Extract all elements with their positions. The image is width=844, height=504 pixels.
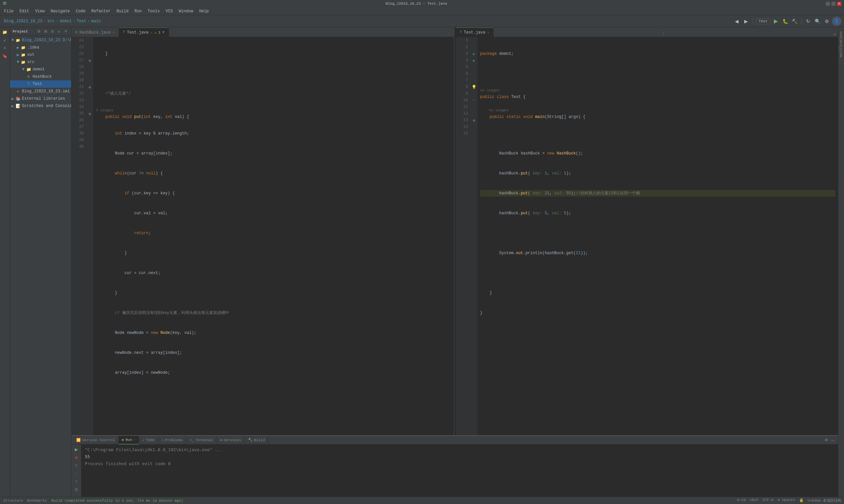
panel-collapse-button[interactable]: ⊟ <box>49 29 55 35</box>
structure-icon[interactable]: ≡ <box>1 44 8 52</box>
tree-idea[interactable]: ▶ 📁 .idea <box>10 44 71 51</box>
run-tab-close[interactable]: ✕ <box>133 438 135 442</box>
bookmarks-icon[interactable]: 🔖 <box>1 53 8 60</box>
breadcrumb-main[interactable]: main <box>91 19 101 23</box>
menu-code[interactable]: Code <box>73 8 88 14</box>
run-clear-button[interactable]: 🗑 <box>73 486 80 493</box>
menu-file[interactable]: File <box>1 8 16 14</box>
run-config-selector[interactable]: Test <box>756 18 771 24</box>
menu-build[interactable]: Build <box>114 8 131 14</box>
update-button[interactable]: ↻ <box>804 17 812 25</box>
tab-test-right[interactable]: T Test.java ✕ <box>456 28 494 37</box>
tree-external-libs[interactable]: ▶ 📚 External Libraries <box>10 95 71 102</box>
run-filter-button[interactable]: ≡ <box>73 478 80 485</box>
extlibs-arrow-icon: ▶ <box>10 96 15 101</box>
hashbuck-tab-close[interactable]: ✕ <box>113 31 115 35</box>
menu-vcs[interactable]: VCS <box>163 8 176 14</box>
settings-button[interactable]: ⚙ <box>823 17 831 25</box>
left-tab-actions: ⋮ <box>444 31 454 37</box>
breadcrumb-src[interactable]: src <box>47 19 54 23</box>
menu-refactor[interactable]: Refactor <box>89 8 114 14</box>
right-tab-bar: T Test.java ✕ ⋮ ✓ <box>456 27 838 37</box>
run-output: "C:\Program Files\Java\jdk1.8.0_192\bin\… <box>82 445 838 497</box>
status-encoding[interactable]: UTF-8 <box>762 498 774 503</box>
tree-iml[interactable]: ⚙ Blog_J2023_10_23.iml <box>10 88 71 95</box>
tree-hashbuck[interactable]: C HashBuck <box>10 73 71 80</box>
problems-label: Problems <box>165 438 183 442</box>
tree-root[interactable]: ▼ 📁 Blog_J2023_10_23 D:\Pro... <box>10 37 71 44</box>
left-pane-options[interactable]: ⋮ <box>446 31 452 37</box>
project-icon[interactable]: 📁 <box>1 29 8 36</box>
commit-icon[interactable]: ✔ <box>1 37 8 44</box>
menu-tools[interactable]: Tools <box>145 8 162 14</box>
tree-scratches[interactable]: ▶ 📝 Scratches and Consoles <box>10 102 71 110</box>
tree-out[interactable]: ▶ 📁 out <box>10 51 71 58</box>
close-button[interactable]: ✕ <box>837 2 841 6</box>
bottom-tab-version-control[interactable]: 🔀 Version Control <box>73 436 119 445</box>
debug-button[interactable]: 🐛 <box>781 17 789 25</box>
bottom-tab-terminal[interactable]: >_ Terminal <box>186 436 217 445</box>
build-label: Build <box>254 438 265 442</box>
user-button[interactable]: 👤 <box>832 17 841 26</box>
panel-gear-button[interactable]: ⚙ <box>36 29 42 35</box>
bottom-tab-services[interactable]: ⚙ Services <box>217 436 244 445</box>
menu-window[interactable]: Window <box>176 8 196 14</box>
vcs-label: Version Control <box>82 438 115 442</box>
test-tab-close-left[interactable]: ✕ <box>151 31 153 35</box>
code-line-33: return; <box>96 230 451 237</box>
search-everywhere-button[interactable]: 🔍 <box>813 17 821 25</box>
tree-test[interactable]: T Test <box>10 80 71 88</box>
panel-settings-button[interactable]: ≡ <box>56 29 62 35</box>
maximize-button[interactable]: □ <box>831 2 836 6</box>
run-play-button[interactable]: ▶ <box>73 446 80 453</box>
status-indent[interactable]: 4 spaces <box>777 498 795 503</box>
extlibs-label: External Libraries <box>22 96 65 101</box>
bottom-minimize-button[interactable]: — <box>830 437 836 443</box>
bottom-tab-run[interactable]: ▶ Run ✕ <box>119 436 139 445</box>
services-label: Services <box>223 438 241 442</box>
right-editor-scroll[interactable]: 1 2 3 4 5 6 7 8 9 10 11 12 13 <box>456 37 838 435</box>
bottom-tab-todo[interactable]: ✓ TODO <box>139 436 158 445</box>
back-button[interactable]: ◀ <box>733 17 741 25</box>
status-build-msg: Build completed successfully in 2 sec, 7… <box>52 499 183 503</box>
code-line-25 <box>96 70 451 77</box>
build-button[interactable]: 🔨 <box>790 17 798 25</box>
panel-expand-button[interactable]: ⊞ <box>42 29 49 35</box>
scratches-arrow-icon: ▶ <box>10 103 15 109</box>
test-tab-close-right[interactable]: ✕ <box>487 31 489 35</box>
menu-run[interactable]: Run <box>132 8 144 14</box>
left-code-area: 24 25 26 27 28 29 30 31 32 33 34 35 <box>71 37 454 435</box>
code-line-32: cur.val = val; <box>96 210 451 217</box>
bookmarks-tool-label[interactable]: Bookmarks <box>26 497 47 504</box>
menu-view[interactable]: View <box>33 8 48 14</box>
tree-demo1[interactable]: ▼ 📁 demo1 <box>10 66 71 73</box>
tree-src[interactable]: ▼ 📁 src <box>10 58 71 66</box>
forward-button[interactable]: ▶ <box>742 17 750 25</box>
run-rerun-button[interactable]: ↻ <box>73 462 80 469</box>
breadcrumb-project[interactable]: Blog_J2023_10_23 <box>4 19 42 23</box>
tab-test-left[interactable]: T Test.java ✕ ⚠ 1 ▼ <box>119 28 169 37</box>
rcode-line-12 <box>480 270 836 276</box>
left-editor-scroll[interactable]: 24 25 26 27 28 29 30 31 32 33 34 35 <box>71 37 454 435</box>
breadcrumb-test-class[interactable]: Test <box>76 19 86 23</box>
tab-hashbuck[interactable]: C HashBuck.java ✕ <box>71 28 119 37</box>
panel-close-button[interactable]: ✕ <box>63 29 69 35</box>
bottom-tab-problems[interactable]: ⚠ Problems <box>158 436 186 445</box>
bottom-settings-button[interactable]: ⚙ <box>823 437 829 443</box>
run-scroll-button[interactable]: ↓ <box>73 470 80 477</box>
run-button[interactable]: ▶ <box>772 17 780 25</box>
minimize-button[interactable]: — <box>826 2 830 6</box>
bottom-tab-build[interactable]: 🔨 Build <box>245 436 269 445</box>
todo-label: TODO <box>146 438 155 442</box>
right-pane-checkmark: ✓ <box>834 32 838 37</box>
status-crlf[interactable]: CRLF <box>750 498 759 503</box>
menu-edit[interactable]: Edit <box>17 8 32 14</box>
breadcrumb-demo1[interactable]: demo1 <box>59 19 71 23</box>
menu-navigate[interactable]: Navigate <box>48 8 72 14</box>
menu-bar: File Edit View Navigate Code Refactor Bu… <box>0 7 844 15</box>
right-pane-options[interactable]: ⋮ <box>661 31 667 37</box>
run-stop-button[interactable]: ■ <box>73 454 80 461</box>
menu-help[interactable]: Help <box>196 8 211 14</box>
notifications-label[interactable]: Notifications <box>839 29 844 60</box>
structure-tool-label[interactable]: Structure <box>3 497 23 504</box>
